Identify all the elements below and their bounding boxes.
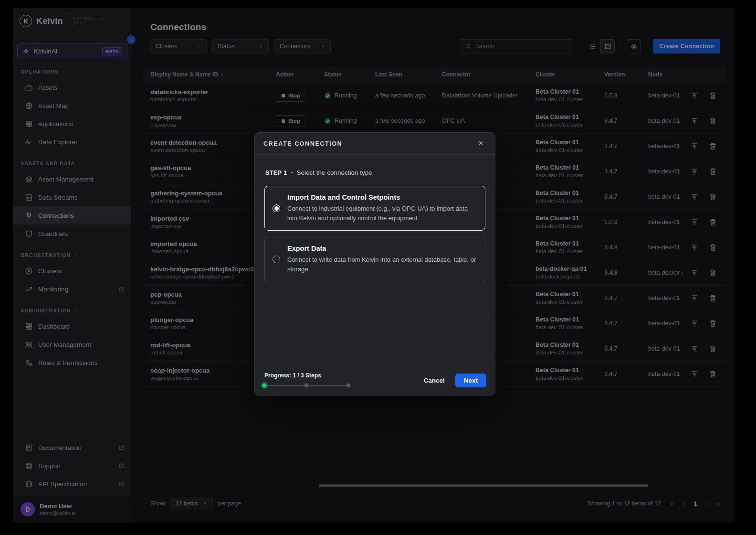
progress-block: Progress: 1 / 3 Steps	[264, 372, 348, 389]
modal-body: STEP 1 • Select the connection type Impo…	[255, 155, 495, 282]
close-icon	[478, 140, 484, 146]
progress-step-dot	[346, 384, 351, 388]
next-button[interactable]: Next	[455, 374, 486, 387]
step-description: Select the connection type	[296, 169, 372, 176]
progress-step-dot	[304, 384, 309, 388]
radio-button[interactable]	[273, 204, 280, 212]
radio-button[interactable]	[273, 256, 280, 263]
connection-type-options: Import Data and Control SetpointsConnect…	[264, 186, 485, 282]
app-window: K Kelvin ™ BETA Environment (DEV) Kelvin…	[0, 0, 756, 535]
progress-bar	[264, 385, 348, 386]
wizard-step: STEP 1 • Select the connection type	[265, 169, 485, 176]
create-connection-modal: CREATE CONNECTION STEP 1 • Select the co…	[254, 132, 495, 396]
option-title: Export Data	[287, 245, 477, 252]
connection-type-option-export-data[interactable]: Export DataConnect to write data from Ke…	[264, 237, 485, 282]
option-title: Import Data and Control Setpoints	[287, 193, 477, 201]
progress-label: Progress: 1 / 3 Steps	[264, 372, 348, 379]
progress-step-dot	[262, 384, 267, 388]
modal-header: CREATE CONNECTION	[255, 133, 495, 155]
connection-type-option-import-data-and-control-setpoints[interactable]: Import Data and Control SetpointsConnect…	[264, 186, 485, 231]
option-description: Connect to industrial equipment (e.g., v…	[287, 204, 477, 223]
modal-title: CREATE CONNECTION	[263, 140, 342, 147]
close-button[interactable]	[475, 138, 486, 150]
step-separator: •	[291, 170, 293, 176]
cancel-button[interactable]: Cancel	[418, 374, 450, 387]
step-label: STEP 1	[265, 170, 287, 176]
modal-footer: Progress: 1 / 3 Steps Cancel Next	[264, 372, 486, 389]
option-description: Connect to write data from Kelvin into a…	[287, 255, 477, 274]
